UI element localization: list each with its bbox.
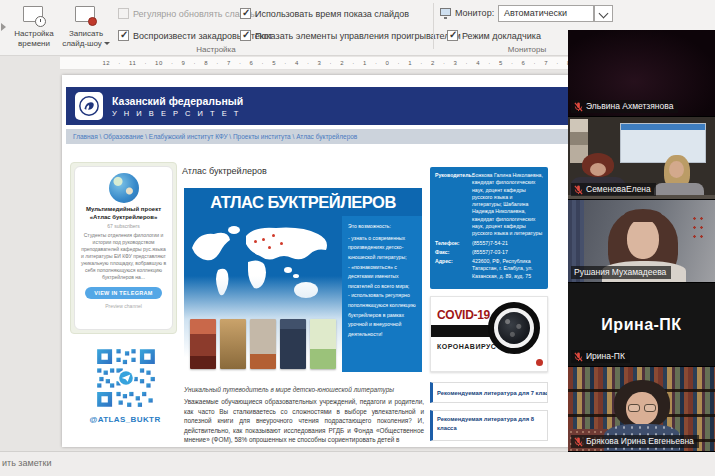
preview-channel-link[interactable]: Preview channel <box>80 303 167 309</box>
features-heading: Это возможность: <box>348 222 417 232</box>
kfu-header-text: Казанский федеральный У Н И В Е Р С И Т … <box>112 95 243 118</box>
decor-person-face <box>669 161 684 178</box>
map-marker <box>254 240 257 243</box>
clock-icon <box>35 16 46 27</box>
telegram-channel-avatar <box>109 173 139 203</box>
contact-row-head: Руководитель: Божкова Галина Николаевна,… <box>435 172 543 238</box>
feature-item: - «познакомиться» с десятками именитых п… <box>348 263 417 292</box>
checkbox-box <box>118 30 129 41</box>
kfu-leopard-emblem <box>78 95 100 117</box>
telegram-handle-label: @ATLAS_BUKTR <box>70 415 180 424</box>
decor-person-face <box>590 163 606 176</box>
participant-name: Ирина-ПК <box>586 350 625 363</box>
participant-name: Эльвина Ахметзянова <box>586 100 673 113</box>
checkbox-box <box>240 8 251 19</box>
checkbox-presenter-view[interactable]: Режим докладчика <box>447 30 541 41</box>
contact-value: Божкова Галина Николаевна, кандидат фило… <box>472 172 543 238</box>
checkbox-use-timings[interactable]: Использовать время показа слайдов <box>240 8 409 19</box>
contact-value: (85557)7-54-21 <box>472 240 543 247</box>
mic-muted-icon <box>574 437 583 447</box>
checkbox-box <box>240 30 251 41</box>
book-cover <box>310 319 336 369</box>
participant-name-tag: СеменоваЕлена <box>571 183 656 196</box>
qr-code-image <box>95 347 157 409</box>
decor-person-hair-top <box>624 209 662 222</box>
telegram-subscribers-count: 67 subscribers <box>80 223 167 229</box>
atlas-banner: АТЛАС БУКТРЕЙЛЕРОВ <box>184 188 422 372</box>
book-cover <box>220 319 246 369</box>
participant-name: Рушания Мухамадеева <box>574 266 666 279</box>
powerpoint-window: { "ribbon": { "rehearse_button": "Настро… <box>0 0 715 476</box>
subtitle-italic: Уникальный путеводитель в мире детско-юн… <box>184 386 394 393</box>
map-marker <box>272 234 275 237</box>
contact-label: Телефон: <box>435 240 472 247</box>
participant-name: Брякова Ирина Евгеньевна <box>586 435 694 448</box>
book-cover <box>190 319 216 369</box>
checkbox-label: Использовать время показа слайдов <box>255 9 409 19</box>
recommended-literature-8-link[interactable]: Рекомендуемая литература для 8 класса <box>430 410 548 441</box>
contact-label: Руководитель: <box>435 172 472 238</box>
checkbox-update-slides[interactable]: Регулярно обновлять слайды <box>118 8 256 19</box>
page-title: Атлас буктрейлеров <box>182 166 267 176</box>
qr-code <box>95 347 157 409</box>
coronavirus-icon <box>498 312 530 344</box>
map-marker <box>280 242 283 245</box>
video-tile-rushaniya[interactable]: Рушания Мухамадеева <box>568 200 715 283</box>
telegram-embed-card: Мультимедийный проект «Атлас буктрейлеро… <box>70 162 177 334</box>
video-conference-panel: Эльвина Ахметзянова СеменоваЕлена <box>568 30 715 452</box>
decor-screen-header <box>621 124 705 130</box>
video-tile-elvina[interactable]: Эльвина Ахметзянова <box>568 30 715 117</box>
mic-muted-icon <box>574 102 583 112</box>
telegram-card-body: Мультимедийный проект «Атлас буктрейлеро… <box>74 166 173 330</box>
record-dot-icon <box>88 17 97 26</box>
contact-row-fax: Факс: (85557)7-03-17 <box>435 249 543 256</box>
checkbox-show-media-controls[interactable]: Показать элементы управления проигрывате… <box>240 30 461 41</box>
video-tile-bryakova[interactable]: Брякова Ирина Евгеньевна <box>568 367 715 452</box>
magnifier-lens-icon <box>488 302 540 354</box>
view-in-telegram-button[interactable]: VIEW IN TELEGRAM <box>85 287 161 299</box>
decor-glasses-right <box>644 404 656 412</box>
mic-muted-icon <box>574 352 583 362</box>
checkbox-box <box>447 30 458 41</box>
decor-wall-dots <box>691 214 707 244</box>
decor-projector-screen <box>620 123 706 163</box>
recommended-literature-7-link[interactable]: Рекомендуемая литература для 7 класса <box>430 382 548 403</box>
participant-name-tag: Брякова Ирина Евгеньевна <box>571 435 699 448</box>
covid-title: COVID-19 <box>437 308 490 322</box>
telegram-channel-title: Мультимедийный проект «Атлас буктрейлеро… <box>80 206 167 221</box>
video-tile-semenova[interactable]: СеменоваЕлена <box>568 117 715 200</box>
kfu-title-line1: Казанский федеральный <box>112 95 243 107</box>
notes-pane[interactable]: ить заметки <box>0 451 715 476</box>
monitor-dropdown-arrow[interactable] <box>594 5 613 22</box>
telegram-channel-description: Студенты отделения филологии и истории п… <box>80 232 167 281</box>
monitor-dropdown[interactable]: Автоматически <box>498 5 594 22</box>
chevron-down-icon <box>599 9 609 19</box>
feature-item: - узнать о современных произведениях дет… <box>348 234 417 263</box>
video-tile-irina-pk[interactable]: Ирина-ПК Ирина-ПК <box>568 283 715 367</box>
map-marker <box>262 238 265 241</box>
book-cover <box>250 319 276 369</box>
banner-title: АТЛАС БУКТРЕЙЛЕРОВ <box>184 193 422 212</box>
cut-off-ribbon-icon <box>1 23 6 31</box>
record-slideshow-icon <box>73 4 99 27</box>
rehearse-timings-icon <box>21 4 47 27</box>
feature-item: - использовать регулярно пополняющуюся к… <box>348 291 417 339</box>
banner-features-panel: Это возможность: - узнать о современных … <box>342 216 422 372</box>
participant-name-tag: Ирина-ПК <box>571 350 630 363</box>
checkbox-label: Регулярно обновлять слайды <box>133 9 256 19</box>
participant-name-tag: Эльвина Ахметзянова <box>571 100 678 113</box>
monitor-icon <box>440 8 451 16</box>
contact-value: (85557)7-03-17 <box>472 249 543 256</box>
checkbox-box <box>118 8 129 19</box>
covid-banner: COVID-19 КОРОНАВИРУС <box>430 296 548 372</box>
map-marker <box>268 246 271 249</box>
decor-person-face <box>627 218 659 259</box>
banner-map-area <box>184 216 342 372</box>
book-cover <box>280 319 306 369</box>
ribbon-group-divider <box>433 3 434 49</box>
decor-glasses-left <box>628 404 640 412</box>
kfu-title-line2: У Н И В Е Р С И Т Е Т <box>112 109 243 118</box>
contact-value: 423600, РФ, Республика Татарстан, г. Ела… <box>472 258 543 280</box>
covid-subtitle: КОРОНАВИРУС <box>437 343 496 350</box>
participant-name: СеменоваЕлена <box>586 183 651 196</box>
